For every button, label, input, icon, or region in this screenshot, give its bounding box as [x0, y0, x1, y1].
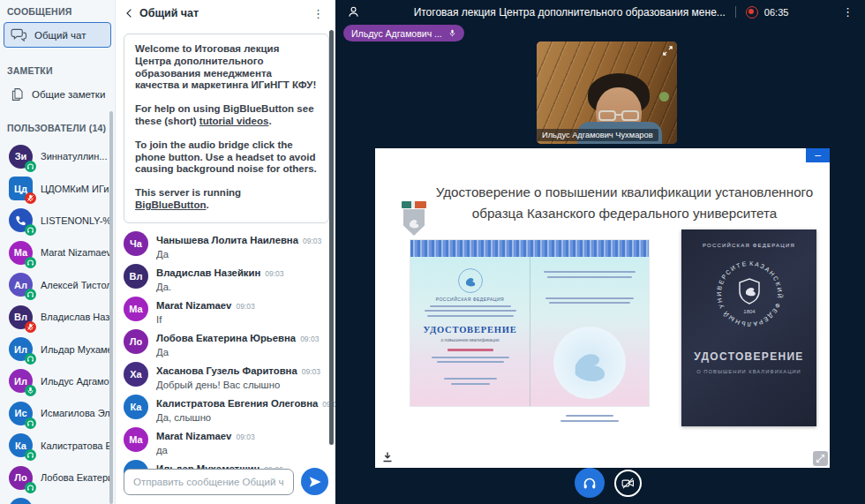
user-list-item[interactable]: Цд ЦДОМКиМ И: [0, 172, 115, 204]
user-list-item[interactable]: LISTENONLY-%D0%...: [0, 205, 115, 237]
chat-input-row: [124, 468, 328, 495]
welcome-intro: Welcome to: [135, 43, 195, 54]
certificate-open-image: РОССИЙСКАЯ ФЕДЕРАЦИЯ УДОСТОВЕРЕНИЕ о пов…: [410, 240, 649, 406]
user-name: Зиннатуллин...: [41, 151, 107, 162]
message-author: Чанышева Лолита Наилевна: [156, 235, 298, 245]
message-initials: Ка: [131, 402, 142, 412]
user-list-item[interactable]: Вл Владислав: [0, 301, 115, 333]
message-text: If: [156, 314, 255, 325]
options-menu-icon[interactable]: ⋮: [842, 6, 854, 18]
chat-message-input[interactable]: [124, 469, 294, 495]
user-list-item[interactable]: Ил Ильдар Му: [0, 333, 115, 365]
message-initials: Ча: [130, 238, 142, 249]
meeting-title: Итоговая лекция Центра дополнительного о…: [414, 6, 726, 19]
chat-bubble-icon: [11, 28, 27, 42]
tutorial-videos-link[interactable]: tutorial videos: [199, 116, 269, 126]
notes-icon: [10, 87, 25, 102]
mic-status-icon: [26, 387, 34, 395]
user-name: LISTENONLY-%D0%...: [41, 215, 109, 226]
chat-scrollbar[interactable]: [329, 30, 334, 445]
download-presentation-icon[interactable]: [381, 451, 394, 463]
audio-join-button[interactable]: [575, 468, 605, 498]
users-scrollbar[interactable]: [109, 111, 113, 504]
fullscreen-icon[interactable]: [662, 45, 673, 56]
headphones-status-icon: [26, 290, 34, 298]
headphones-icon: [582, 475, 598, 491]
message-text: Добрый день! Вас слышно: [156, 380, 320, 390]
user-status-badge: [25, 417, 36, 429]
message-time: 09:03: [300, 335, 319, 343]
chat-message-list: Ча Чанышева Лолита Наилевна09:03 Да Вл В…: [116, 231, 335, 488]
user-list-item[interactable]: Мо Мокшенино: [0, 493, 115, 504]
user-initials: Вл: [14, 312, 27, 322]
guilloche-band: [410, 240, 649, 257]
user-status-badge: [25, 353, 36, 365]
user-status-badge: [25, 385, 36, 396]
webcam-off-icon: [621, 476, 636, 491]
user-name: Владислав Назей...: [41, 312, 109, 322]
cover-country-text: РОССИЙСКАЯ ФЕДЕРАЦИЯ: [681, 243, 816, 248]
kfu-cover-emblem: КАЗАНСКИЙ ФЕДЕРАЛЬНЫЙ УНИВЕРСИТЕТ • 1804: [712, 257, 786, 331]
user-avatar: Ма: [9, 241, 33, 265]
chat-title: Общий чат: [139, 7, 304, 19]
sidebar-item-shared-notes[interactable]: Общие заметки: [4, 81, 111, 107]
user-initials: Ма: [14, 247, 27, 258]
slide-canvas[interactable]: – Удостоверение о повышении квалификации…: [375, 148, 830, 468]
talking-user-name: Ильдус Адгамович ...: [351, 28, 442, 39]
certificate-cover-image: РОССИЙСКАЯ ФЕДЕРАЦИЯ КАЗАНСКИЙ ФЕДЕРАЛЬН…: [681, 229, 816, 426]
send-plane-icon: [308, 475, 322, 489]
user-initials: Цд: [14, 184, 27, 194]
resize-presentation-handle[interactable]: [813, 451, 828, 466]
send-message-button[interactable]: [301, 468, 328, 495]
message-author: Лобова Екатерина Юрьевна: [156, 333, 296, 343]
cert-subheading: о повышении квалификации: [410, 337, 530, 342]
sidebar-item-label: Общий чат: [34, 30, 86, 41]
webcam-video[interactable]: Ильдус Адгамович Чухмаров: [537, 41, 677, 144]
chat-message: Ча Чанышева Лолита Наилевна09:03 Да: [124, 231, 323, 260]
message-initials: Ма: [129, 434, 142, 445]
minimize-presentation-button[interactable]: –: [806, 148, 830, 162]
manage-users-icon[interactable]: [347, 5, 360, 19]
user-list-item[interactable]: Ал Алексей Т: [0, 269, 115, 301]
user-list-item[interactable]: Зи Зиннатулл: [0, 140, 115, 172]
chat-header: Общий чат ⋮: [116, 0, 335, 26]
bigbluebutton-link[interactable]: BigBlueButton: [135, 199, 206, 210]
user-avatar: Зи: [9, 145, 33, 169]
headphones-status-icon: [26, 419, 34, 427]
talking-indicator-pill[interactable]: Ильдус Адгамович ...: [343, 25, 464, 41]
user-avatar: Ис: [9, 402, 33, 425]
message-text: да: [156, 445, 255, 455]
chat-options-menu-icon[interactable]: ⋮: [311, 8, 326, 19]
user-list-item[interactable]: Ма Marat Niz: [0, 237, 115, 268]
user-name: Калистратова Евг...: [41, 440, 109, 451]
kfu-watermark: [553, 327, 626, 399]
message-avatar: Вл: [124, 264, 148, 289]
message-author: Хасанова Гузель Фаритовна: [156, 365, 297, 376]
expand-arrows-icon: [816, 454, 825, 463]
message-time: 09:03: [303, 237, 321, 245]
message-avatar: Ма: [124, 297, 148, 321]
welcome-server-text: This server is running: [135, 187, 241, 198]
user-status-badge: [25, 224, 36, 236]
user-avatar: Мо: [9, 498, 33, 504]
user-initials: Ал: [14, 280, 27, 290]
back-chevron-icon[interactable]: [125, 8, 132, 19]
user-name: Алексей Тистол: [41, 280, 109, 290]
kfu-logo: [402, 201, 426, 236]
cert-country-text: РОССИЙСКАЯ ФЕДЕРАЦИЯ: [410, 297, 530, 302]
recording-indicator[interactable]: 06:35: [746, 6, 789, 19]
user-list-item[interactable]: Ка Калистрат: [0, 430, 115, 462]
webcam-name-label: Ильдус Адгамович Чухмаров: [537, 129, 658, 141]
webcam-share-button[interactable]: [614, 470, 642, 497]
message-time: 09:03: [302, 367, 320, 376]
message-initials: Ло: [130, 336, 142, 347]
user-list-item[interactable]: Ло Лобова Ек: [0, 462, 115, 493]
chat-message: Ка Калистратова Евгения Олеговна09:03 Да…: [124, 395, 323, 423]
user-list-item[interactable]: Ил Ильдус Ад: [0, 365, 115, 397]
message-author: Marat Nizamaev: [156, 300, 231, 311]
topbar-divider: [735, 6, 736, 18]
cert-heading: УДОСТОВЕРЕНИЕ: [410, 325, 530, 335]
chat-message: Ма Marat Nizamaev09:03 да: [124, 427, 323, 455]
sidebar-item-public-chat[interactable]: Общий чат: [4, 22, 111, 48]
user-list-item[interactable]: Ис Исмагилов: [0, 397, 115, 429]
